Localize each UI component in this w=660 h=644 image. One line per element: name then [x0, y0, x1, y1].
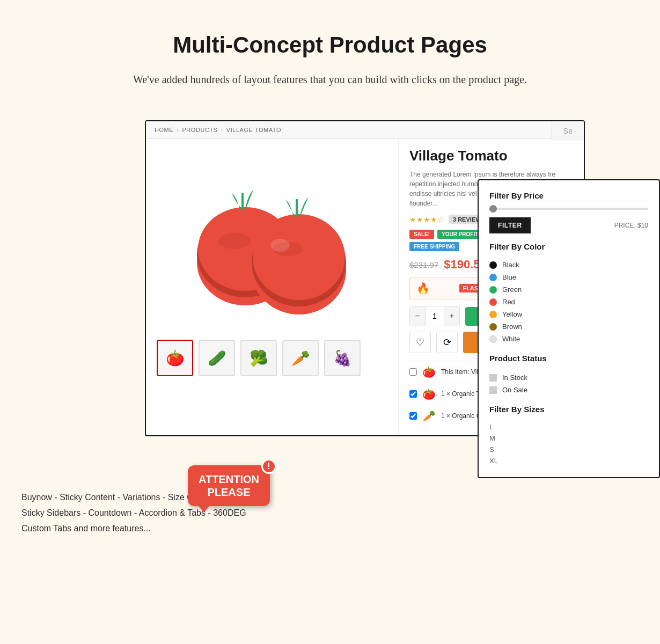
thumbnail-0[interactable]: 🍅 — [157, 340, 193, 376]
color-label-white: White — [502, 335, 520, 343]
features-line1: Buynow - Sticky Content - Variations - S… — [21, 490, 639, 506]
price-slider[interactable] — [489, 208, 648, 210]
breadcrumb: HOME › PRODUCTS › VILLAGE TOMATO Se — [146, 121, 584, 139]
attention-badge: ! ATTENTION PLEASE — [188, 465, 270, 506]
bundle-icon-0: 🍅 — [422, 365, 436, 378]
filter-price-title: Filter By Price — [489, 191, 648, 200]
qty-decrease-button[interactable]: − — [410, 306, 425, 326]
filter-panel: Filter By Price FILTER PRICE: $10 Filter… — [478, 179, 660, 478]
slider-fill — [489, 208, 648, 210]
status-item-on-sale[interactable]: On Sale — [489, 384, 648, 396]
product-name: Village Tomato — [409, 148, 573, 164]
quantity-input[interactable] — [425, 306, 444, 326]
wishlist-button[interactable]: ♡ — [409, 332, 431, 353]
page-subtitle: We've added hundreds of layout features … — [11, 71, 649, 88]
color-item-blue[interactable]: Blue — [489, 271, 648, 283]
badge-sale: SALE! — [409, 230, 434, 239]
color-item-green[interactable]: Green — [489, 283, 648, 296]
attention-line2: PLEASE — [199, 486, 259, 499]
color-list: Black Blue Green Red Yellow Brown — [489, 259, 648, 345]
color-dot-blue — [489, 274, 497, 281]
filter-color-title: Filter By Color — [489, 242, 648, 251]
qty-increase-button[interactable]: + — [444, 306, 459, 326]
filter-button[interactable]: FILTER — [489, 217, 531, 233]
color-dot-green — [489, 286, 497, 294]
price-old: $231.97 — [409, 260, 438, 269]
svg-point-6 — [253, 214, 345, 300]
status-item-in-stock[interactable]: In Stock — [489, 371, 648, 384]
size-item-m[interactable]: M — [489, 433, 648, 444]
color-label-yellow: Yellow — [502, 310, 522, 318]
slider-track — [489, 208, 648, 210]
bundle-checkbox-0[interactable] — [409, 368, 417, 376]
status-label-on-sale: On Sale — [502, 386, 527, 394]
filter-price-row: FILTER PRICE: $10 — [489, 217, 648, 233]
bundle-icon-2: 🥕 — [422, 409, 436, 422]
compare-button[interactable]: ⟳ — [436, 332, 458, 353]
color-dot-black — [489, 261, 497, 269]
thumbnail-1[interactable]: 🥒 — [199, 340, 235, 376]
color-label-green: Green — [502, 286, 522, 294]
breadcrumb-sep2: › — [221, 127, 223, 133]
exclamation-icon: ! — [261, 459, 276, 474]
features-line2: Sticky Sidebars - Countdown - Accordion … — [21, 506, 639, 521]
product-image-section: 🍅 🥒 🥦 🥕 🍇 — [146, 139, 398, 435]
filter-sizes-title: Filter By Sizes — [489, 405, 648, 414]
thumbnails: 🍅 🥒 🥦 🥕 🍇 — [157, 340, 387, 376]
filter-status-title: Product Status — [489, 354, 648, 363]
color-item-black[interactable]: Black — [489, 259, 648, 271]
screenshot-area: HOME › PRODUCTS › VILLAGE TOMATO Se — [145, 120, 660, 436]
bundle-icon-1: 🍅 — [422, 387, 436, 400]
size-item-s[interactable]: S — [489, 444, 648, 455]
main-product-image — [157, 150, 387, 332]
color-dot-brown — [489, 323, 497, 331]
page-title: Multi-Concept Product Pages — [11, 32, 649, 58]
thumbnail-3[interactable]: 🥕 — [282, 340, 319, 376]
color-item-brown[interactable]: Brown — [489, 320, 648, 333]
color-dot-yellow — [489, 311, 497, 318]
slider-thumb[interactable] — [489, 205, 497, 213]
stars: ★★★★☆ — [409, 215, 444, 224]
status-label-in-stock: In Stock — [502, 374, 527, 382]
attention-line1: ATTENTION — [199, 473, 259, 486]
breadcrumb-sep1: › — [177, 127, 179, 133]
thumbnail-4[interactable]: 🍇 — [324, 340, 361, 376]
color-label-red: Red — [502, 298, 515, 306]
sizes-list: L M S XL — [489, 421, 648, 466]
color-label-black: Black — [502, 261, 519, 269]
breadcrumb-products[interactable]: PRODUCTS — [182, 127, 217, 133]
svg-point-8 — [270, 239, 290, 252]
color-dot-red — [489, 298, 497, 306]
thumbnail-2[interactable]: 🥦 — [240, 340, 277, 376]
color-item-yellow[interactable]: Yellow — [489, 308, 648, 320]
bundle-checkbox-2[interactable] — [409, 412, 417, 420]
color-item-red[interactable]: Red — [489, 296, 648, 308]
breadcrumb-home[interactable]: HOME — [155, 127, 173, 133]
features-line3: Custom Tabs and more features... — [21, 521, 639, 537]
page-header: Multi-Concept Product Pages We've added … — [0, 0, 660, 104]
size-item-xl[interactable]: XL — [489, 455, 648, 466]
size-item-l[interactable]: L — [489, 421, 648, 433]
flash-icon: 🔥 — [416, 282, 430, 295]
color-label-brown: Brown — [502, 323, 522, 331]
color-dot-white — [489, 335, 497, 343]
breadcrumb-current: VILLAGE TOMATO — [226, 127, 281, 133]
status-box-on-sale — [489, 386, 497, 394]
badge-shipping: FREE SHIPPING — [409, 242, 459, 251]
bundle-checkbox-1[interactable] — [409, 390, 417, 398]
quantity-control[interactable]: − + — [409, 306, 460, 326]
features-text: Buynow - Sticky Content - Variations - S… — [0, 490, 660, 536]
color-item-white[interactable]: White — [489, 333, 648, 345]
filter-price-label: PRICE: $10 — [614, 222, 648, 229]
search-box[interactable]: Se — [552, 121, 584, 141]
color-label-blue: Blue — [502, 273, 516, 281]
status-box-in-stock — [489, 374, 497, 382]
svg-point-3 — [218, 233, 251, 249]
tomato-illustration — [186, 166, 358, 316]
